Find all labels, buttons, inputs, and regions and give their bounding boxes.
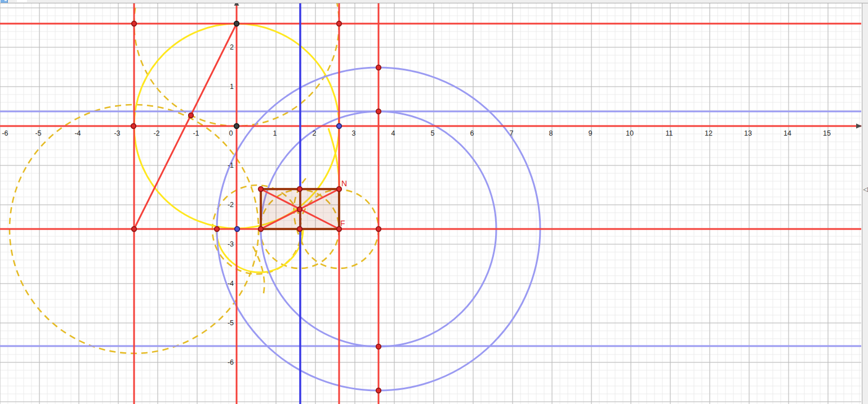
- geogebra-window: -6-5-4-3-2-1012345678910111213141521-1-2…: [0, 0, 868, 404]
- x-tick-label: 2: [313, 129, 317, 137]
- point-label-N[interactable]: N: [341, 179, 347, 188]
- x-tick-label: 14: [784, 129, 791, 137]
- x-tick-label: 7: [510, 129, 514, 137]
- y-tick-label: -2: [228, 201, 234, 209]
- point-red[interactable]: [376, 388, 381, 393]
- point-red[interactable]: [189, 113, 194, 118]
- right-chrome-strip: ◁: [862, 3, 868, 404]
- point-red[interactable]: [297, 187, 302, 192]
- y-tick-label: 1: [230, 83, 234, 91]
- app-window-icon-highlight: [5, 0, 7, 1]
- x-tick-label: -6: [2, 129, 8, 137]
- point-red[interactable]: [376, 227, 381, 232]
- x-tick-label: -3: [114, 129, 120, 137]
- point-red[interactable]: [259, 227, 264, 232]
- top-chrome-strip: [0, 0, 868, 3]
- x-tick-label: 0: [229, 129, 233, 137]
- x-tick-label: 15: [823, 129, 831, 137]
- point-red[interactable]: [132, 227, 137, 232]
- y-tick-label: 2: [230, 43, 234, 51]
- point-red[interactable]: [297, 227, 302, 232]
- x-tick-label: 13: [744, 129, 752, 137]
- x-tick-label: 12: [705, 129, 713, 137]
- x-tick-label: -1: [193, 129, 199, 137]
- panel-collapse-handle[interactable]: ◁: [862, 185, 868, 194]
- y-tick-label: -4: [228, 280, 234, 288]
- point-label-F[interactable]: F: [340, 219, 345, 228]
- point-blue[interactable]: [337, 124, 342, 129]
- point-red[interactable]: [132, 21, 137, 26]
- point-red[interactable]: [337, 187, 342, 192]
- app-window-icon[interactable]: [1, 0, 8, 3]
- point-red[interactable]: [131, 124, 136, 129]
- x-tick-label: -2: [153, 129, 159, 137]
- y-tick-label: -3: [228, 240, 234, 248]
- y-tick-label: -1: [228, 161, 234, 169]
- graphics-view[interactable]: -6-5-4-3-2-1012345678910111213141521-1-2…: [0, 0, 868, 404]
- point-red[interactable]: [376, 344, 381, 349]
- point-blue[interactable]: [235, 227, 240, 232]
- x-tick-label: 5: [431, 129, 435, 137]
- y-tick-label: -5: [228, 319, 234, 327]
- point-red[interactable]: [337, 21, 342, 26]
- x-tick-label: 10: [626, 129, 634, 137]
- point-red[interactable]: [297, 207, 302, 212]
- x-tick-label: 4: [391, 129, 395, 137]
- point-black[interactable]: [234, 21, 239, 26]
- x-tick-label: 8: [549, 129, 553, 137]
- point-red[interactable]: [259, 187, 264, 192]
- x-tick-label: -4: [74, 129, 81, 137]
- point-red[interactable]: [376, 109, 381, 114]
- x-tick-label: 9: [589, 129, 593, 137]
- x-tick-label: 3: [352, 129, 356, 137]
- x-tick-label: -5: [35, 129, 41, 137]
- x-tick-label: 6: [470, 129, 474, 137]
- x-tick-label: 11: [666, 129, 673, 137]
- y-tick-label: -6: [228, 358, 234, 366]
- point-red[interactable]: [215, 227, 220, 232]
- x-tick-label: 1: [273, 129, 277, 137]
- point-black[interactable]: [234, 124, 239, 129]
- top-chrome-highlight: [17, 0, 27, 2]
- point-red[interactable]: [376, 65, 381, 70]
